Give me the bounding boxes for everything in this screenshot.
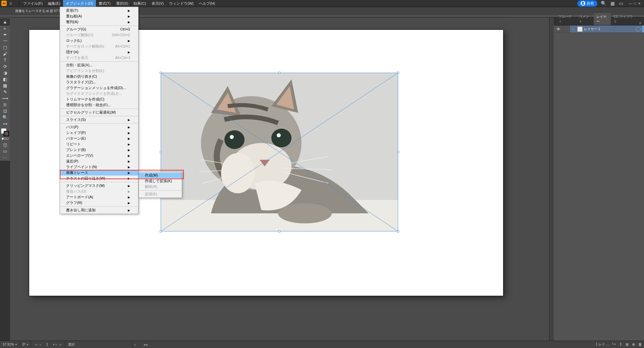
search-icon[interactable]: 🔍 [601,1,606,6]
artboard-number[interactable]: 1 [42,343,52,346]
menu-効果[interactable]: 効果(C) [131,0,149,7]
menu-item[interactable]: トリムマークを作成(C) [60,96,138,102]
selection-tool-icon[interactable]: ▲ [1,19,9,25]
panel-menu-icon[interactable]: ≡ [637,21,644,25]
rectangle-tool-icon[interactable]: ▢ [1,44,9,51]
menu-item[interactable]: シェイプ(P)▶ [60,130,138,136]
submenu-item[interactable]: 作成して拡張(K) [139,178,182,184]
menu-item[interactable]: 透明部分を分割・統合(F)... [60,102,138,108]
resize-handle[interactable] [160,151,162,153]
menu-item[interactable]: エンベロープ(V)▶ [60,153,138,158]
menu-item[interactable]: グループ(G)Ctrl+G [60,26,138,32]
menu-オブジェクト[interactable]: オブジェクト(O) [63,0,96,7]
edit-toolbar-icon[interactable]: ⋯ [1,154,9,161]
draw-mode-icon[interactable]: ◫ [1,142,9,148]
layer-row[interactable]: 👁 › レイヤー 1 [554,25,644,33]
first-artboard-icon[interactable]: I◂ [34,343,38,346]
menu-item[interactable]: リピート▶ [60,141,138,147]
menu-item[interactable]: 書き出し用に追加▶ [60,207,138,213]
menu-item[interactable]: ブレンド(B)▶ [60,147,138,153]
menu-ファイル[interactable]: ファイル(F) [20,0,45,7]
resize-handle[interactable] [160,230,162,232]
menu-item[interactable]: 遠近(P)▶ [60,158,138,164]
delete-layer-icon[interactable]: 🗑 [638,342,642,346]
expand-icon[interactable]: › [570,27,576,31]
resize-handle[interactable] [397,151,399,153]
submenu-item[interactable]: 作成(M) [139,172,182,178]
menu-item[interactable]: 重ね順(A)▶ [60,13,138,19]
menu-item[interactable]: 分割・拡張(X)... [60,62,138,68]
home-icon[interactable]: ⌂ [9,1,15,6]
menu-編集[interactable]: 編集(E) [45,0,63,7]
menu-item[interactable]: テキストの回り込み(W)▶ [60,176,138,181]
menu-item[interactable]: ロック(L)▶ [60,38,138,44]
type-tool-icon[interactable]: T [1,57,9,63]
menu-item[interactable]: グラデーションメッシュを作成(D)... [60,85,138,91]
panel-tab[interactable]: プロパティ [556,13,576,25]
color-mode-icons[interactable] [1,138,9,142]
next-artboard-icon[interactable]: ▸ [55,343,58,346]
resize-handle[interactable] [278,230,280,232]
target-icon[interactable] [636,27,641,31]
rotate-tool-icon[interactable]: ⟳ [1,63,9,70]
menu-item[interactable]: 隠す(H)▶ [60,49,138,55]
hand-tool-icon[interactable]: ⊶ [1,121,9,127]
shape-builder-tool-icon[interactable]: ◑ [1,70,9,76]
fill-stroke-swatch[interactable] [1,128,9,136]
maximize-icon[interactable]: □ [634,2,636,5]
width-tool-icon[interactable]: ⟿ [1,95,9,101]
menu-item[interactable]: 画像の切り抜き(C) [60,74,138,79]
menu-item[interactable]: パターン(E)▶ [60,136,138,141]
new-layer-icon[interactable]: ⊕ [632,342,635,347]
menu-item[interactable]: ラスタライズ(Z)... [60,79,138,85]
direct-selection-tool-icon[interactable]: ▹ [1,25,9,31]
new-sublayer-icon[interactable]: ⊞ [626,342,629,347]
menu-item[interactable]: ピクセルグリッドに最適化(M) [60,110,138,115]
panel-tab[interactable]: レイヤー [594,13,611,25]
menu-表示[interactable]: 表示(V) [149,0,167,7]
export-icon[interactable]: ↧ [619,342,622,347]
menu-item[interactable]: スライス(S)▶ [60,117,138,123]
brush-tool-icon[interactable]: 🖌 [1,51,9,57]
locate-layer-icon[interactable]: ⮡ [612,342,616,346]
minimize-icon[interactable]: — [629,2,632,5]
menu-item[interactable]: 整列(A)▶ [60,19,138,25]
visibility-icon[interactable]: 👁 [554,25,563,32]
menu-item[interactable]: クリッピングマスク(M)▶ [60,183,138,189]
panel-tab[interactable]: コメント [576,13,594,25]
panel-collapse-strip[interactable] [549,17,554,341]
menu-ヘルプ[interactable]: ヘルプ(H) [196,0,218,7]
artboard-tool-icon[interactable]: ⊡ [1,108,9,114]
arrange-icon[interactable]: ▦ [610,1,615,6]
menu-選択[interactable]: 選択(S) [113,0,131,7]
menu-item[interactable]: ライブペイント(N)▶ [60,164,138,170]
status-menu-icon[interactable]: ▸ [134,343,137,346]
placed-image[interactable] [161,73,398,231]
menu-書式[interactable]: 書式(T) [96,0,113,7]
menu-item[interactable]: パス(P)▶ [60,124,138,130]
share-button[interactable]: 👤 共有 [577,0,597,7]
panel-tab[interactable]: CC ライブラリ [611,13,636,25]
close-icon[interactable]: ✕ [638,2,641,5]
gradient-tool-icon[interactable]: ▦ [1,82,9,89]
last-artboard-icon[interactable]: ▸I [59,343,63,346]
prev-artboard-icon[interactable]: ◂ [39,343,42,346]
pen-tool-icon[interactable]: ✒ [1,31,9,38]
layer-name[interactable]: レイヤー 1 [584,27,636,31]
rotate-field[interactable]: 0°▾ [20,341,32,348]
menu-ウィンドウ[interactable]: ウィンドウ(W) [166,0,196,7]
zoom-tool-icon[interactable]: 🔍 [1,114,9,121]
workspace-icon[interactable]: ▭ [619,1,623,6]
resize-handle[interactable] [397,72,399,74]
curvature-tool-icon[interactable]: 〰 [1,38,9,44]
resize-handle[interactable] [397,230,399,232]
resize-handle[interactable] [160,72,162,74]
menu-item[interactable]: 画像トレース▶ [60,170,138,176]
menu-item[interactable]: グラフ(R)▶ [60,200,138,206]
zoom-field[interactable]: 57.91%▾ [0,341,20,348]
place-tool-icon[interactable]: ⎘ [1,101,9,108]
menu-item[interactable]: アートボード(A)▶ [60,194,138,200]
resize-handle[interactable] [278,72,280,74]
screen-mode-icon[interactable]: ▭ [1,148,9,154]
eraser-tool-icon[interactable]: ◧ [1,76,9,82]
